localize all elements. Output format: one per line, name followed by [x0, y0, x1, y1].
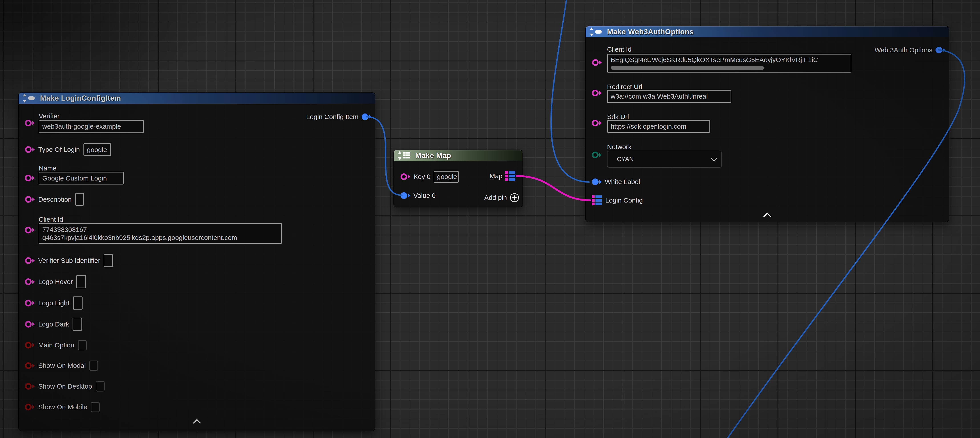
show-on-mobile-pin[interactable] [25, 404, 35, 410]
main-option-label: Main Option [38, 341, 74, 349]
client-id-pin[interactable] [592, 59, 602, 66]
logo-hover-label: Logo Hover [38, 278, 73, 286]
white-label-pin[interactable] [592, 178, 602, 185]
logo-light-input[interactable] [73, 296, 83, 310]
make-map-icon [399, 151, 412, 159]
key-0-pin[interactable] [401, 174, 410, 180]
add-pin-plus-icon[interactable] [510, 193, 519, 202]
blueprint-graph-canvas[interactable]: Make LoginConfigItem Login Config Item V… [0, 0, 980, 438]
node-title: Make LoginConfigItem [40, 94, 121, 102]
white-label-label: White Label [605, 178, 640, 186]
show-on-modal-checkbox[interactable] [89, 360, 98, 371]
node-make-login-config-item[interactable]: Make LoginConfigItem Login Config Item V… [19, 92, 375, 431]
client-id-value: BEglQSgt4cUWcj6SKRdu5QkOXTsePmMcusG5EAoy… [611, 56, 818, 64]
sdk-url-label: Sdk Url [607, 113, 629, 121]
client-id-label: Client Id [607, 45, 632, 53]
login-config-pin[interactable] [592, 196, 602, 205]
node-header-make-map[interactable]: Make Map [394, 150, 522, 161]
network-selected-value: CYAN [617, 156, 634, 163]
value-0-pin[interactable] [401, 192, 410, 199]
wire-map-to-login-config[interactable] [517, 176, 590, 200]
client-id-horizontal-scrollbar[interactable] [611, 66, 764, 70]
network-dropdown[interactable]: CYAN [607, 151, 722, 167]
description-pin[interactable] [25, 196, 35, 203]
network-label: Network [607, 143, 632, 151]
verifier-sub-identifier-label: Verifier Sub Identifier [38, 256, 100, 264]
node-header-make-web3auth-options[interactable]: Make Web3AuthOptions [586, 26, 949, 37]
collapse-node-chevron-icon[interactable] [763, 213, 771, 220]
sdk-url-input[interactable]: https://sdk.openlogin.com [607, 120, 710, 133]
add-pin-button[interactable]: Add pin [484, 192, 519, 203]
description-label: Description [38, 196, 72, 204]
name-label: Name [39, 164, 57, 172]
node-make-map[interactable]: Make Map Key 0 google Map Value 0 Add pi… [394, 150, 522, 207]
wire-offscreen-to-white-label[interactable] [551, 0, 589, 182]
client-id-label: Client Id [39, 215, 63, 223]
description-input[interactable] [75, 193, 84, 205]
logo-light-label: Logo Light [38, 299, 69, 307]
type-of-login-label: Type Of Login [38, 145, 80, 154]
sdk-url-pin[interactable] [592, 120, 602, 126]
make-struct-icon [24, 94, 37, 102]
node-header-make-login-config-item[interactable]: Make LoginConfigItem [19, 92, 375, 104]
show-on-desktop-pin[interactable] [25, 383, 35, 390]
value-0-label: Value 0 [414, 192, 436, 200]
logo-dark-pin[interactable] [25, 321, 35, 328]
verifier-pin[interactable] [25, 120, 35, 126]
verifier-sub-identifier-pin[interactable] [25, 257, 35, 264]
verifier-sub-identifier-input[interactable] [104, 254, 113, 267]
show-on-mobile-label: Show On Mobile [38, 403, 87, 411]
logo-dark-input[interactable] [73, 318, 82, 331]
collapse-node-chevron-icon[interactable] [193, 419, 201, 427]
client-id-pin[interactable] [25, 227, 35, 234]
network-pin[interactable] [592, 151, 602, 158]
verifier-label: Verifier [39, 112, 59, 120]
redirect-url-input[interactable]: w3a://com.w3a.Web3AuthUnreal [607, 90, 731, 103]
main-option-pin[interactable] [25, 342, 35, 349]
verifier-input[interactable]: web3auth-google-example [39, 120, 144, 133]
client-id-input[interactable]: 774338308167-q463s7kpvja16l4l0kko3nb925i… [39, 223, 282, 244]
name-pin[interactable] [25, 175, 35, 182]
redirect-url-label: Redirect Url [607, 83, 642, 91]
show-on-mobile-checkbox[interactable] [91, 402, 100, 412]
output-pin-label: Login Config Item [306, 113, 358, 121]
key-0-input[interactable]: google [434, 171, 459, 183]
client-id-input[interactable]: BEglQSgt4cUWcj6SKRdu5QkOXTsePmMcusG5EAoy… [607, 54, 851, 73]
show-on-modal-label: Show On Modal [38, 362, 86, 370]
login-config-label: Login Config [605, 196, 643, 204]
web3auth-options-output-label: Web 3Auth Options [875, 46, 932, 54]
logo-hover-input[interactable] [76, 275, 86, 288]
show-on-modal-pin[interactable] [25, 362, 35, 369]
chevron-down-icon [711, 156, 717, 162]
show-on-desktop-label: Show On Desktop [38, 382, 92, 390]
node-title: Make Map [415, 151, 451, 160]
node-title: Make Web3AuthOptions [607, 28, 694, 36]
show-on-desktop-checkbox[interactable] [96, 381, 105, 392]
logo-light-pin[interactable] [25, 300, 35, 306]
key-0-label: Key 0 [414, 173, 431, 181]
main-option-checkbox[interactable] [78, 340, 87, 350]
add-pin-label: Add pin [484, 194, 507, 202]
name-input[interactable]: Google Custom Login [39, 172, 124, 185]
logo-dark-label: Logo Dark [38, 320, 69, 328]
login-config-item-output-pin[interactable] [361, 113, 371, 120]
web3auth-options-output-pin[interactable] [935, 47, 945, 53]
type-of-login-pin[interactable] [25, 146, 35, 153]
make-struct-icon [590, 28, 603, 36]
type-of-login-input[interactable]: google [83, 143, 111, 156]
map-output-label: Map [490, 172, 503, 180]
node-make-web3auth-options[interactable]: Make Web3AuthOptions Web 3Auth Options C… [586, 26, 949, 222]
logo-hover-pin[interactable] [25, 279, 35, 285]
redirect-url-pin[interactable] [592, 90, 602, 96]
map-output-pin[interactable] [505, 171, 515, 181]
